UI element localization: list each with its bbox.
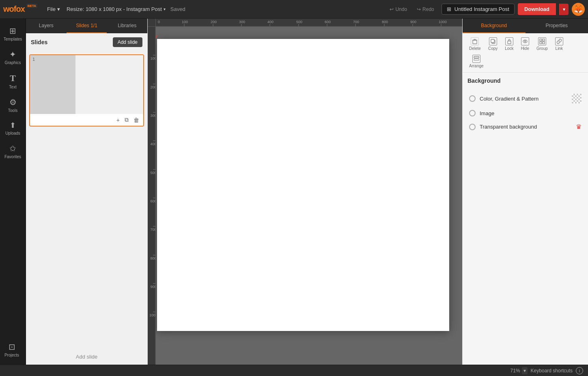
svg-text:700: 700 — [353, 20, 359, 24]
undo-redo-group: ↩ Undo ↪ Redo — [386, 5, 438, 14]
object-actions-bar: Delete Copy Lock — [463, 33, 588, 73]
checker-pattern-icon — [572, 94, 582, 103]
slide-thumbnail-1[interactable]: 1 + ⧉ 🗑 — [29, 54, 144, 127]
sidebar-item-label-tools: Tools — [8, 108, 17, 113]
tab-layers[interactable]: Layers — [26, 19, 67, 33]
sidebar-item-label-templates: Templates — [4, 37, 22, 41]
action-delete[interactable]: Delete — [466, 36, 484, 52]
svg-text:1000: 1000 — [149, 313, 156, 317]
link-icon — [555, 37, 563, 45]
logo-beta: BETA — [26, 4, 37, 8]
tab-background[interactable]: Background — [463, 19, 526, 33]
bg-option-image[interactable]: Image — [467, 107, 583, 120]
tools-icon: ⚙ — [9, 97, 17, 107]
svg-text:500: 500 — [150, 171, 156, 175]
resize-button[interactable]: Resize: 1080 x 1080 px - Instagram Post … — [67, 6, 166, 12]
keyboard-shortcuts-link[interactable]: Keyboard shortcuts — [531, 368, 573, 374]
svg-text:200: 200 — [150, 85, 156, 89]
status-bar: 71% ▾ Keyboard shortcuts i — [0, 365, 588, 376]
slide-delete-button[interactable]: 🗑 — [132, 116, 141, 124]
add-slide-header-button[interactable]: Add slide — [113, 37, 142, 47]
left-panel: Layers Slides 1/1 Libraries Slides Add s… — [26, 19, 148, 365]
svg-rect-52 — [508, 41, 511, 44]
bg-option-transparent[interactable]: Transparent background ♛ — [467, 120, 583, 134]
sidebar-item-projects[interactable]: ⊡ Projects — [0, 338, 24, 361]
panels-area: Layers Slides 1/1 Libraries Slides Add s… — [26, 19, 588, 365]
svg-rect-58 — [543, 42, 545, 44]
download-dropdown-button[interactable]: ▾ — [559, 4, 569, 15]
svg-rect-51 — [491, 39, 494, 43]
action-hide[interactable]: Hide — [517, 36, 532, 52]
action-link[interactable]: Link — [552, 36, 566, 52]
svg-point-54 — [524, 41, 526, 42]
svg-rect-56 — [543, 39, 545, 41]
sidebar-item-favorites[interactable]: ✩ Favorites — [1, 140, 25, 163]
design-canvas[interactable] — [157, 39, 449, 331]
svg-text:100: 100 — [182, 20, 188, 24]
action-arrange[interactable]: Arrange — [466, 53, 487, 70]
slide-copy-button[interactable]: ⧉ — [123, 116, 130, 124]
action-copy[interactable]: Copy — [485, 36, 501, 52]
bg-option-color[interactable]: Color, Gradient & Pattern — [467, 90, 583, 107]
sidebar-item-graphics[interactable]: ✦ Graphics — [1, 45, 25, 69]
undo-button[interactable]: ↩ Undo — [386, 5, 411, 14]
saved-status: Saved — [170, 6, 185, 12]
add-slide-text-button[interactable]: Add slide — [26, 349, 147, 365]
svg-text:300: 300 — [239, 20, 245, 24]
svg-text:400: 400 — [267, 20, 274, 24]
tab-properties[interactable]: Properties — [526, 19, 588, 33]
sidebar-item-uploads[interactable]: ⬆ Uploads — [1, 117, 25, 140]
bg-option-label-transparent: Transparent background — [480, 124, 572, 130]
bg-radio-color[interactable] — [469, 95, 476, 102]
info-icon[interactable]: i — [576, 367, 583, 374]
tab-libraries[interactable]: Libraries — [107, 19, 147, 33]
slide-add-button[interactable]: + — [115, 116, 121, 124]
slide-preview-left — [30, 55, 75, 114]
svg-text:800: 800 — [150, 256, 156, 260]
right-panel: Background Properties Delete Copy — [462, 19, 588, 365]
slides-header: Slides Add slide — [26, 33, 147, 51]
zoom-value: 71% — [510, 368, 520, 374]
right-panel-tabs: Background Properties — [463, 19, 588, 33]
bg-radio-transparent[interactable] — [469, 124, 476, 130]
action-lock[interactable]: Lock — [502, 36, 517, 52]
redo-button[interactable]: ↪ Redo — [413, 5, 438, 14]
canvas-area: 0 100 200 300 400 500 600 — [148, 19, 462, 365]
sidebar-item-label-favorites: Favorites — [4, 155, 21, 159]
svg-text:500: 500 — [296, 20, 302, 24]
bg-option-label-image: Image — [480, 110, 582, 116]
logo: wofox BETA — [3, 4, 37, 14]
svg-rect-45 — [473, 40, 477, 44]
bg-radio-image[interactable] — [469, 110, 476, 116]
svg-rect-57 — [540, 42, 542, 44]
svg-text:600: 600 — [150, 199, 156, 203]
project-name-box[interactable]: ⊞ Untitled Instagram Post — [442, 4, 515, 15]
file-menu-button[interactable]: File ▾ — [44, 4, 63, 14]
premium-crown-icon: ♛ — [576, 123, 582, 131]
zoom-control: 71% ▾ — [510, 367, 528, 374]
svg-rect-55 — [540, 39, 542, 41]
user-avatar[interactable]: 🦊 — [572, 3, 585, 16]
slide-preview-right — [75, 55, 143, 114]
tab-slides[interactable]: Slides 1/1 — [67, 19, 107, 33]
graphics-icon: ✦ — [9, 49, 16, 59]
svg-text:100: 100 — [150, 56, 156, 60]
svg-text:700: 700 — [150, 228, 156, 232]
action-group[interactable]: Group — [533, 36, 551, 52]
arrange-icon — [472, 55, 480, 63]
sidebar-item-text[interactable]: T Text — [1, 69, 25, 93]
sidebar-item-tools[interactable]: ⚙ Tools — [1, 93, 25, 117]
group-icon — [538, 37, 546, 45]
svg-text:300: 300 — [150, 114, 156, 118]
download-button[interactable]: Download — [518, 3, 556, 15]
svg-rect-59 — [474, 56, 479, 58]
zoom-dropdown-button[interactable]: ▾ — [522, 367, 528, 374]
sidebar-item-templates[interactable]: ⊞ Templates — [1, 22, 25, 45]
canvas-with-rulers: 0 100 200 300 400 500 600 — [148, 19, 462, 365]
slides-panel: Slides Add slide 1 + ⧉ 🗑 — [26, 33, 147, 365]
uploads-icon: ⬆ — [10, 121, 16, 130]
sidebar-item-label-projects: Projects — [4, 353, 19, 357]
svg-text:800: 800 — [382, 20, 388, 24]
background-panel: Background Color, Gradient & Pattern Ima… — [463, 73, 588, 365]
canvas-viewport[interactable]: ✏ — [156, 27, 462, 365]
